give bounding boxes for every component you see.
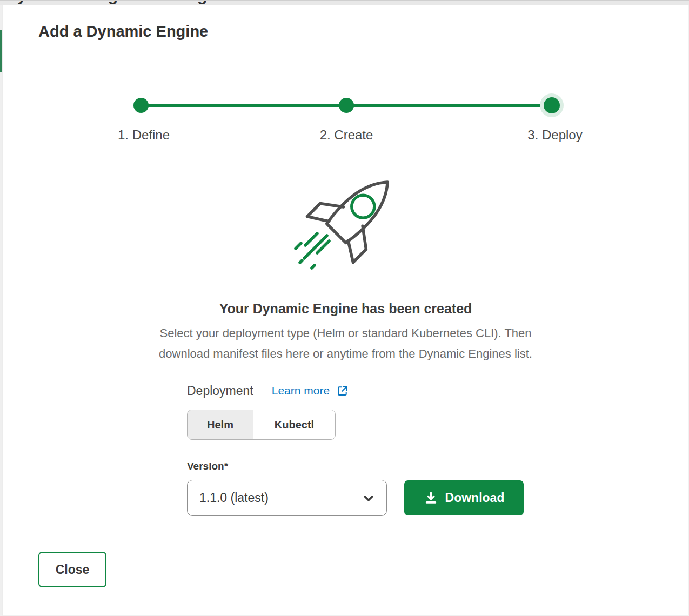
- result-heading: Your Dynamic Engine has been created: [3, 301, 688, 317]
- background-page-strip: Dynamic Engines Add Engine: [0, 0, 689, 5]
- stepper-label-create: 2. Create: [282, 128, 411, 143]
- external-link-icon: [336, 385, 349, 397]
- deployment-row: Deployment Learn more: [187, 381, 349, 400]
- close-button[interactable]: Close: [38, 552, 106, 587]
- modal-title: Add a Dynamic Engine: [38, 23, 208, 41]
- rocket-icon: [282, 163, 406, 276]
- learn-more-label: Learn more: [272, 384, 330, 397]
- toggle-option-kubectl[interactable]: Kubectl: [253, 410, 335, 439]
- stepper-label-define: 1. Define: [79, 128, 209, 143]
- version-select-value: 1.1.0 (latest): [199, 491, 269, 505]
- toggle-option-helm[interactable]: Helm: [188, 410, 253, 439]
- version-label-text: Version: [187, 460, 224, 472]
- download-button[interactable]: Download: [404, 480, 524, 515]
- result-description-line1: Select your deployment type (Helm or sta…: [3, 323, 688, 344]
- modal-header: Add a Dynamic Engine: [3, 5, 688, 62]
- version-label: Version*: [187, 460, 228, 472]
- deployment-type-toggle: Helm Kubectl: [187, 410, 336, 440]
- close-button-label: Close: [56, 563, 90, 577]
- deployment-label: Deployment: [187, 384, 253, 398]
- result-description: Select your deployment type (Helm or sta…: [3, 323, 688, 364]
- chevron-down-icon: [362, 491, 376, 505]
- add-dynamic-engine-modal: Add a Dynamic Engine 1. Define 2. Create…: [2, 5, 689, 616]
- download-icon: [424, 491, 438, 505]
- stepper-label-deploy: 3. Deploy: [490, 128, 620, 143]
- stepper-dot-define: [133, 98, 149, 113]
- stepper-dot-create: [339, 98, 354, 113]
- required-marker: *: [224, 460, 228, 472]
- version-select[interactable]: 1.1.0 (latest): [187, 480, 387, 516]
- stepper-dot-deploy-halo: [540, 93, 564, 117]
- learn-more-link[interactable]: Learn more: [272, 384, 349, 397]
- background-clipped-button: Add Engine: [134, 0, 235, 5]
- screen: Dynamic Engines Add Engine Add a Dynamic…: [0, 0, 689, 616]
- result-description-line2: download manifest files here or anytime …: [3, 344, 688, 364]
- background-clipped-heading: Dynamic Engines: [4, 0, 156, 5]
- download-button-label: Download: [445, 491, 505, 505]
- stepper-dot-deploy: [544, 97, 560, 113]
